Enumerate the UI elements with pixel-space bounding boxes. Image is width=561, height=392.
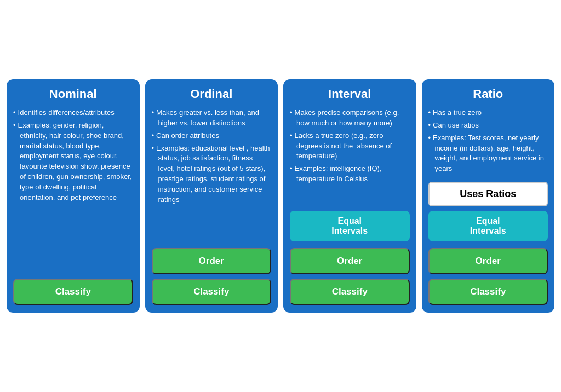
ordinal-bullet-2: Examples: educational level , health sta… [152,143,272,205]
nominal-bullet-list: Identifies differences/attributes Exampl… [13,108,133,203]
ratio-order-button[interactable]: Order [428,248,548,274]
ordinal-bullet-list: Makes greater vs. less than, and higher … [152,108,272,205]
uses-ratios-badge: Uses Ratios [428,182,548,206]
interval-bullet-2: Examples: intelligence (IQ), temperature… [290,164,410,185]
ratio-equal-intervals-badge: EqualIntervals [428,211,548,241]
ratio-bullet-0: Has a true zero [428,108,548,118]
ratio-column: Ratio Has a true zero Can use ratios Exa… [422,79,555,313]
ordinal-column: Ordinal Makes greater vs. less than, and… [145,79,278,313]
interval-column: Interval Makes precise comparisons (e.g.… [283,79,416,313]
nominal-bullet-0: Identifies differences/attributes [13,108,133,118]
ordinal-buttons: Order Classify [152,248,272,305]
nominal-title: Nominal [13,87,133,101]
ordinal-bullet-0: Makes greater vs. less than, and higher … [152,108,272,129]
interval-equal-intervals-badge: EqualIntervals [290,211,410,241]
ratio-title: Ratio [428,87,548,101]
interval-body: Makes precise comparisons (e.g. how much… [290,108,410,187]
ratio-buttons: Order Classify [428,248,548,305]
interval-title: Interval [290,87,410,101]
nominal-body: Identifies differences/attributes Exampl… [13,108,133,205]
columns-container: Nominal Identifies differences/attribute… [7,79,554,313]
interval-bullet-list: Makes precise comparisons (e.g. how much… [290,108,410,185]
interval-buttons: Order Classify [290,248,410,305]
ratio-body: Has a true zero Can use ratios Examples:… [428,108,548,176]
nominal-classify-button[interactable]: Classify [13,279,133,305]
ratio-bullet-2: Examples: Test scores, net yearly income… [428,133,548,174]
interval-order-button[interactable]: Order [290,248,410,274]
ordinal-classify-button[interactable]: Classify [152,279,272,305]
interval-bullet-1: Lacks a true zero (e.g., zero degrees is… [290,131,410,162]
ordinal-bullet-1: Can order attributes [152,131,272,141]
nominal-column: Nominal Identifies differences/attribute… [7,79,140,313]
ratio-bullet-1: Can use ratios [428,120,548,131]
ordinal-title: Ordinal [152,87,272,101]
interval-classify-button[interactable]: Classify [290,279,410,305]
ordinal-body: Makes greater vs. less than, and higher … [152,108,272,207]
nominal-buttons: Classify [13,279,133,305]
nominal-bullet-1: Examples: gender, religion, ethnicity, h… [13,120,133,203]
ratio-bullet-list: Has a true zero Can use ratios Examples:… [428,108,548,174]
ratio-classify-button[interactable]: Classify [428,279,548,305]
ordinal-order-button[interactable]: Order [152,248,272,274]
interval-bullet-0: Makes precise comparisons (e.g. how much… [290,108,410,129]
interval-feature-badges: EqualIntervals [290,211,410,241]
ratio-feature-badges: Uses Ratios EqualIntervals [428,182,548,241]
